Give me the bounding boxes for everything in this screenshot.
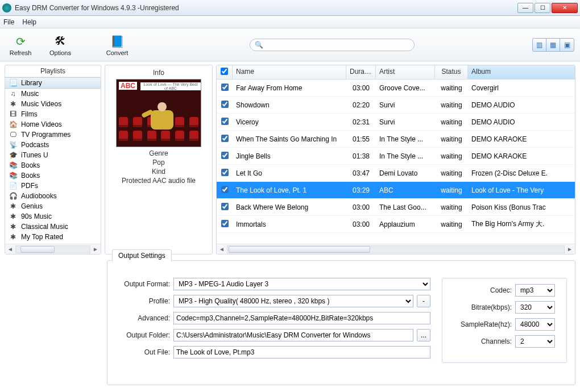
- view-list-button[interactable]: ▥: [533, 39, 546, 51]
- sidebar-item[interactable]: ✱90s Music: [5, 211, 101, 222]
- table-row[interactable]: Immortals03:00ApplauziumwaitingThe Big H…: [217, 216, 575, 233]
- genre-label: Genre: [109, 149, 209, 157]
- sidebar-item-label: My Top Rated: [21, 233, 63, 241]
- sidebar-item-label: Books: [21, 172, 40, 180]
- codec-select[interactable]: mp3: [515, 284, 555, 297]
- sidebar-item[interactable]: 🎞Films: [5, 109, 101, 119]
- sidebar-item[interactable]: 🎧Audiobooks: [5, 191, 101, 201]
- view-grid-button[interactable]: ▦: [546, 39, 560, 51]
- playlist-icon: 🎧: [9, 192, 18, 200]
- kind-label: Kind: [109, 168, 209, 176]
- cell-status: waiting: [435, 84, 468, 92]
- cell-artist: The Last Goo...: [376, 203, 435, 211]
- header-status[interactable]: Status: [435, 65, 468, 79]
- table-header: Name Duration Artist Status Album: [217, 65, 575, 80]
- output-folder-input[interactable]: [173, 329, 413, 341]
- sidebar-item-label: TV Programmes: [21, 131, 71, 139]
- advanced-input[interactable]: [173, 312, 430, 324]
- table-row[interactable]: Far Away From Home03:00Groove Cove...wai…: [217, 80, 575, 97]
- info-heading: Info: [109, 69, 209, 77]
- sidebar-item[interactable]: 🏠Home Videos: [5, 119, 101, 130]
- playlist-icon: 📚: [9, 161, 18, 169]
- tracks-table: Name Duration Artist Status Album Far Aw…: [216, 65, 575, 255]
- row-checkbox[interactable]: [217, 152, 233, 161]
- menu-file[interactable]: File: [3, 18, 14, 26]
- close-button[interactable]: ✕: [552, 3, 578, 13]
- refresh-button[interactable]: ⟳ Refresh: [6, 34, 35, 56]
- minimize-button[interactable]: —: [517, 3, 533, 13]
- browse-folder-button[interactable]: ...: [417, 329, 430, 341]
- table-row[interactable]: Viceroy02:31SurviwaitingDEMO AUDIO: [217, 114, 575, 131]
- table-row[interactable]: Let It Go03:47Demi LovatowaitingFrozen (…: [217, 165, 575, 182]
- sidebar-item[interactable]: ✱My Top Rated: [5, 232, 101, 242]
- channels-select[interactable]: 2: [515, 335, 555, 348]
- header-checkbox[interactable]: [217, 65, 233, 79]
- scroll-left-icon[interactable]: ◄: [217, 246, 227, 252]
- sidebar-item-label: Genius: [21, 202, 43, 210]
- table-scroll[interactable]: ◄ ►: [217, 244, 575, 254]
- sidebar-item-label: Classical Music: [21, 223, 68, 231]
- sidebar-item[interactable]: ✱Music Videos: [5, 99, 101, 109]
- sidebar-item[interactable]: 📄PDFs: [5, 181, 101, 191]
- maximize-button[interactable]: ☐: [535, 3, 550, 13]
- table-row[interactable]: The Look of Love, Pt. 103:29ABCwaitingLo…: [217, 182, 575, 199]
- header-album[interactable]: Album: [468, 65, 575, 79]
- header-duration[interactable]: Duration: [346, 65, 376, 79]
- profile-select[interactable]: MP3 - High Quality( 48000 Hz, stereo , 3…: [173, 295, 413, 307]
- search-input[interactable]: 🔍: [250, 39, 415, 51]
- table-row[interactable]: When The Saints Go Marching In01:55In Th…: [217, 131, 575, 148]
- table-row[interactable]: Showdown02:20SurviwaitingDEMO AUDIO: [217, 97, 575, 114]
- cell-status: waiting: [435, 135, 468, 143]
- out-file-input[interactable]: [173, 346, 430, 358]
- cell-duration: 02:31: [346, 118, 376, 126]
- sidebar-item[interactable]: 🎓iTunes U: [5, 150, 101, 160]
- row-checkbox[interactable]: [217, 169, 233, 178]
- sidebar-item[interactable]: 📚Books: [5, 170, 101, 181]
- cell-status: waiting: [435, 203, 468, 211]
- sidebar-item[interactable]: ♫Music: [5, 89, 101, 99]
- app-icon: [2, 3, 11, 12]
- sidebar-item[interactable]: 📡Podcasts: [5, 140, 101, 150]
- convert-button[interactable]: 📘 Convert: [102, 34, 132, 56]
- row-checkbox[interactable]: [217, 84, 233, 93]
- format-label: Output Format:: [115, 280, 170, 288]
- row-checkbox[interactable]: [217, 118, 233, 127]
- playlist-icon: 🖵: [9, 131, 18, 139]
- sidebar-item[interactable]: ✱Classical Music: [5, 222, 101, 232]
- bitrate-select[interactable]: 320: [515, 301, 555, 314]
- sidebar-item-label: Music: [21, 90, 39, 98]
- view-cover-button[interactable]: ▣: [560, 39, 574, 51]
- menu-help[interactable]: Help: [22, 18, 36, 26]
- row-checkbox[interactable]: [217, 186, 233, 195]
- options-button[interactable]: 🛠 Options: [45, 34, 75, 56]
- output-settings-tab[interactable]: Output Settings: [112, 249, 172, 262]
- cell-duration: 03:29: [346, 186, 376, 194]
- toolbar: ⟳ Refresh 🛠 Options 📘 Convert 🔍 ▥ ▦ ▣: [0, 28, 580, 61]
- header-name[interactable]: Name: [233, 65, 346, 79]
- scroll-thumb[interactable]: [229, 246, 370, 253]
- table-row[interactable]: Back Where We Belong03:00The Last Goo...…: [217, 199, 575, 216]
- cell-status: waiting: [435, 169, 468, 177]
- sidebar-item[interactable]: 🖵TV Programmes: [5, 130, 101, 140]
- table-row[interactable]: Jingle Bells01:38In The Style ...waiting…: [217, 148, 575, 165]
- samplerate-select[interactable]: 48000: [515, 318, 555, 331]
- cell-status: waiting: [435, 101, 468, 109]
- sidebar-scroll[interactable]: ◄ ►: [5, 244, 101, 254]
- sidebar-item[interactable]: 📃Library: [5, 77, 101, 89]
- sidebar-item[interactable]: 📚Books: [5, 160, 101, 170]
- scroll-left-icon[interactable]: ◄: [5, 246, 15, 252]
- cell-status: waiting: [435, 118, 468, 126]
- row-checkbox[interactable]: [217, 203, 233, 212]
- header-artist[interactable]: Artist: [376, 65, 435, 79]
- scroll-right-icon[interactable]: ►: [90, 246, 101, 252]
- profile-remove-button[interactable]: -: [417, 295, 430, 307]
- row-checkbox[interactable]: [217, 101, 233, 110]
- scroll-thumb[interactable]: [20, 246, 55, 253]
- playlists-sidebar: Playlists 📃Library♫Music✱Music Videos🎞Fi…: [5, 65, 101, 255]
- output-format-select[interactable]: MP3 - MPEG-1 Audio Layer 3: [173, 278, 430, 290]
- row-checkbox[interactable]: [217, 220, 233, 229]
- sidebar-item[interactable]: ✱Genius: [5, 201, 101, 211]
- scroll-right-icon[interactable]: ►: [565, 246, 575, 252]
- playlist-icon: ✱: [9, 202, 18, 210]
- row-checkbox[interactable]: [217, 135, 233, 144]
